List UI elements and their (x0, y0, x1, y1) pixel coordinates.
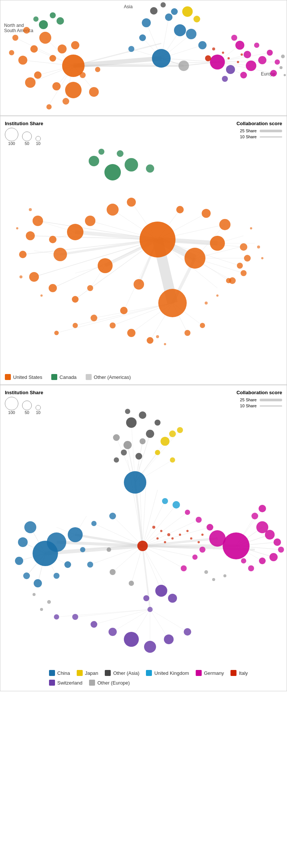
svg-point-84 (205, 55, 211, 61)
top-network-svg (0, 0, 287, 116)
svg-point-174 (237, 263, 243, 269)
svg-point-185 (156, 335, 159, 338)
svg-point-39 (39, 32, 51, 44)
svg-point-288 (251, 513, 258, 519)
svg-line-29 (217, 62, 274, 73)
svg-point-143 (98, 258, 113, 273)
svg-point-263 (68, 527, 83, 542)
svg-point-42 (62, 98, 69, 105)
americas-chart: Institution Share 100 50 10 Collaboratio… (0, 116, 287, 385)
svg-point-274 (109, 513, 116, 519)
svg-point-87 (228, 57, 230, 59)
svg-point-161 (127, 329, 135, 337)
svg-point-168 (240, 243, 247, 251)
svg-point-300 (143, 595, 149, 601)
svg-point-343 (201, 534, 204, 536)
svg-point-175 (104, 164, 121, 180)
legend-china-swatch (49, 670, 55, 676)
svg-point-38 (30, 45, 38, 53)
svg-point-295 (207, 524, 213, 531)
svg-point-312 (113, 434, 120, 441)
svg-point-279 (209, 530, 226, 547)
legend-canada-label: Canada (59, 374, 77, 380)
svg-point-313 (140, 438, 146, 444)
svg-point-328 (40, 608, 43, 611)
svg-point-60 (142, 18, 151, 27)
svg-point-153 (107, 204, 119, 216)
svg-point-66 (171, 8, 178, 15)
svg-point-293 (185, 510, 190, 515)
legend-japan-swatch (77, 670, 83, 676)
svg-point-82 (226, 65, 235, 74)
svg-point-183 (19, 275, 22, 278)
svg-point-157 (110, 322, 116, 328)
svg-point-265 (18, 537, 28, 547)
svg-point-162 (147, 337, 153, 344)
svg-point-322 (135, 453, 142, 460)
svg-point-325 (155, 420, 161, 426)
legend-other-americas-swatch (86, 374, 92, 380)
svg-point-165 (210, 236, 225, 251)
svg-point-303 (164, 634, 174, 644)
svg-point-264 (24, 521, 36, 533)
svg-point-163 (184, 330, 190, 336)
svg-point-290 (199, 547, 205, 553)
legend-italy-label: Italy (239, 670, 248, 676)
svg-point-73 (244, 51, 251, 58)
svg-point-273 (91, 521, 97, 526)
svg-point-316 (169, 430, 176, 437)
svg-point-190 (257, 245, 260, 248)
svg-point-339 (179, 534, 181, 536)
svg-point-169 (244, 255, 251, 262)
svg-point-44 (89, 87, 99, 97)
svg-point-176 (89, 156, 99, 166)
svg-point-292 (181, 565, 187, 571)
asia-europe-legend: China Japan Other (Asia) United Kingdom … (49, 670, 259, 686)
svg-point-152 (85, 216, 95, 226)
svg-point-341 (190, 537, 192, 540)
svg-point-75 (240, 72, 247, 78)
svg-line-215 (143, 501, 165, 546)
svg-point-170 (241, 270, 247, 276)
svg-line-205 (131, 546, 143, 583)
svg-point-296 (162, 498, 168, 504)
svg-line-213 (143, 512, 187, 546)
svg-point-54 (50, 12, 56, 18)
svg-point-56 (33, 16, 39, 22)
svg-point-37 (18, 56, 27, 65)
legend-japan-label: Japan (85, 670, 98, 676)
svg-point-308 (54, 614, 59, 620)
svg-point-283 (278, 547, 284, 553)
svg-point-269 (54, 573, 59, 579)
svg-point-92 (284, 74, 286, 76)
legend-other-asia-swatch (105, 670, 111, 676)
svg-point-70 (161, 2, 166, 7)
svg-point-83 (222, 76, 228, 82)
svg-point-51 (80, 72, 86, 78)
svg-line-253 (75, 609, 150, 617)
svg-point-177 (125, 158, 138, 172)
svg-point-282 (274, 538, 281, 546)
svg-point-294 (196, 517, 202, 523)
svg-point-58 (152, 49, 171, 68)
svg-line-249 (150, 609, 169, 639)
svg-point-167 (202, 209, 211, 218)
svg-point-144 (33, 216, 43, 226)
svg-point-46 (49, 55, 56, 62)
legend-italy-swatch (230, 670, 236, 676)
svg-point-317 (177, 427, 183, 433)
svg-point-61 (165, 13, 172, 21)
legend-us-swatch (5, 374, 11, 380)
svg-point-65 (198, 41, 207, 49)
svg-point-36 (25, 77, 36, 88)
svg-point-289 (259, 505, 266, 512)
svg-point-141 (67, 224, 83, 240)
legend-germany-label: Germany (204, 670, 224, 676)
svg-point-142 (54, 248, 67, 261)
legend-other-europe-label: Other (Europe) (97, 680, 130, 686)
svg-point-266 (15, 557, 23, 565)
svg-point-186 (164, 343, 166, 345)
svg-point-88 (237, 61, 239, 63)
svg-point-81 (254, 43, 259, 48)
svg-point-80 (231, 35, 237, 41)
